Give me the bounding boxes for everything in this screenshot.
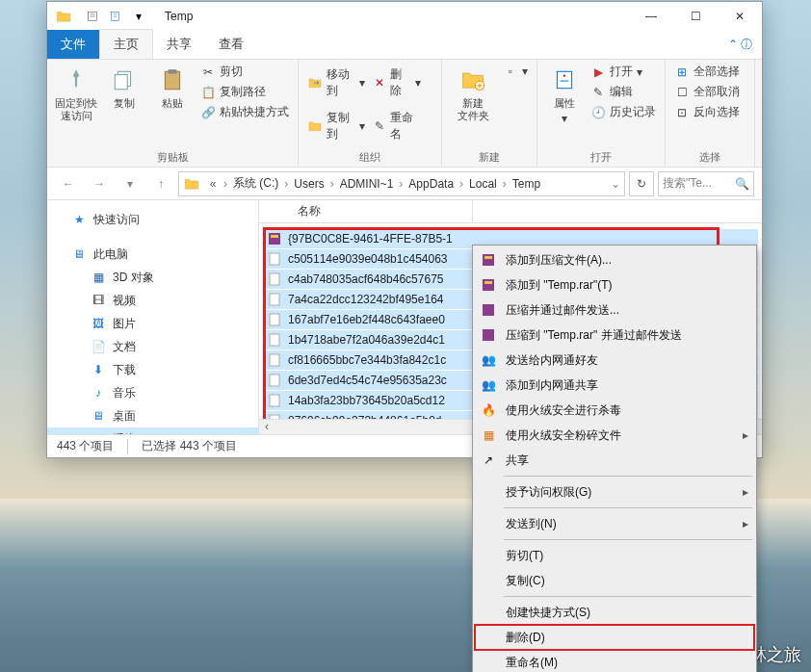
pin-button[interactable]: 固定到快 速访问 [53,63,99,146]
sidebar-cdrive[interactable]: 🖴系统 (C:) [47,427,258,434]
pin-icon [61,65,92,95]
ctx-compress-temp-mail[interactable]: 压缩到 "Temp.rar" 并通过邮件发送 [475,323,754,348]
copy-button[interactable]: 复制 [101,63,147,146]
new-misc-button[interactable]: ▫▾ [500,63,531,80]
minimize-button[interactable]: — [629,2,673,31]
ctx-addlanshare[interactable]: 👥添加到内网通共享 [475,373,754,398]
column-name[interactable]: 名称 [290,200,473,222]
newfolder-button[interactable]: 新建 文件夹 [448,63,498,146]
ctx-shred[interactable]: ▦使用火绒安全粉碎文件▸ [475,423,754,448]
ribbon-tabs: 文件 主页 共享 查看 ⌃ ⓘ [47,31,762,60]
open-button[interactable]: ▶打开▾ [588,63,659,81]
rar-icon [479,251,498,269]
svg-rect-13 [270,294,279,305]
sidebar: ★快速访问 🖥此电脑 ▦3D 对象 🎞视频 🖼图片 📄文档 ⬇下载 ♪音乐 🖥桌… [47,200,259,434]
ctx-rename[interactable]: 重命名(M) [475,650,754,672]
edit-icon: ✎ [590,85,606,100]
sidebar-pictures[interactable]: 🖼图片 [47,312,258,335]
svg-rect-15 [270,334,279,346]
edit-button[interactable]: ✎编辑 [588,83,659,101]
scissors-icon: ✂ [200,65,216,80]
ctx-add-temp-rar[interactable]: 添加到 "Temp.rar"(T) [475,272,754,297]
moveto-button[interactable]: 移动到▾ [304,63,368,104]
cut-button[interactable]: ✂剪切 [197,63,292,81]
moveto-icon [307,75,323,90]
ctx-shortcut[interactable]: 创建快捷方式(S) [475,600,754,625]
shortcut-icon: 🔗 [200,105,216,120]
newfolder-icon [458,65,488,95]
sidebar-this-pc[interactable]: 🖥此电脑 [47,243,258,266]
ctx-sendlan[interactable]: 👥发送给内网通好友 [475,348,754,373]
ctx-scan[interactable]: 🔥使用火绒安全进行杀毒 [475,398,754,423]
history-button[interactable]: 🕘历史记录 [588,103,659,121]
file-icon [267,292,282,307]
delete-button[interactable]: ✕删除▾ [370,63,424,104]
window-title: Temp [165,10,193,23]
sidebar-videos[interactable]: 🎞视频 [47,289,258,312]
svg-rect-23 [484,281,492,284]
sidebar-downloads[interactable]: ⬇下载 [47,358,258,381]
rename-button[interactable]: ✎重命名 [370,106,424,147]
ctx-copy[interactable]: 复制(C) [475,568,754,593]
qat-dropdown[interactable]: ▾ [128,6,149,27]
sidebar-desktop[interactable]: 🖥桌面 [47,404,258,427]
pasteshortcut-button[interactable]: 🔗粘贴快捷方式 [197,103,292,121]
back-button[interactable]: ← [55,170,82,197]
forward-button[interactable]: → [86,170,113,197]
copyto-button[interactable]: 复制到▾ [304,106,368,147]
selectnone-button[interactable]: ☐全部取消 [671,83,748,101]
new-group-label: 新建 [448,146,531,167]
star-icon: ★ [70,211,88,228]
separator [504,539,752,540]
help-icon[interactable]: ⌃ ⓘ [719,31,762,59]
docs-icon: 📄 [90,338,107,355]
tab-file[interactable]: 文件 [47,30,99,59]
folder-icon [183,175,200,193]
rar-icon [479,276,498,294]
ctx-cut[interactable]: 剪切(T) [475,543,754,568]
breadcrumb[interactable]: «› 系统 (C:)› Users› ADMINI~1› AppData› Lo… [178,171,625,196]
paste-button[interactable]: 粘贴 [149,63,196,146]
ctx-add-archive[interactable]: 添加到压缩文件(A)... [475,247,754,272]
file-name: cf816665bbc7e344b3fa842c1c [288,353,446,367]
ctx-share[interactable]: ↗共享 [475,448,754,473]
maximize-button[interactable]: ☐ [673,2,718,31]
tab-home[interactable]: 主页 [99,29,153,59]
bc-overflow[interactable]: « [204,177,222,191]
sidebar-3d[interactable]: ▦3D 对象 [47,266,258,289]
file-name: c4ab748035acf648b46c57675 [288,272,443,286]
tab-share[interactable]: 共享 [153,30,205,59]
sidebar-music[interactable]: ♪音乐 [47,381,258,404]
selectall-button[interactable]: ⊞全部选择 [671,63,748,81]
up-button[interactable]: ↑ [147,170,174,197]
invertsel-button[interactable]: ⊡反向选择 [671,103,748,121]
qat-new[interactable] [105,6,126,27]
svg-rect-10 [271,235,278,238]
ctx-sendto[interactable]: 发送到(N)▸ [475,511,754,536]
close-button[interactable]: ✕ [718,2,762,31]
svg-rect-25 [483,329,494,341]
sidebar-documents[interactable]: 📄文档 [47,335,258,358]
ctx-grant-access[interactable]: 授予访问权限(G)▸ [475,479,754,504]
refresh-button[interactable]: ↻ [629,171,654,196]
recent-dropdown[interactable]: ▾ [117,170,144,197]
select-group-label: 选择 [671,146,748,167]
copypath-button[interactable]: 📋复制路径 [197,83,292,101]
ctx-delete[interactable]: 删除(D) [475,625,754,650]
file-name: 167abf7e16eb2f448c643faee0 [288,313,445,326]
search-input[interactable]: 搜索"Te...🔍 [658,171,754,196]
svg-rect-11 [270,253,279,265]
sidebar-quick-access[interactable]: ★快速访问 [47,208,258,231]
rar-icon [479,326,498,344]
ctx-compress-mail[interactable]: 压缩并通过邮件发送... [475,297,754,323]
status-count: 443 个项目 [57,438,114,454]
properties-button[interactable]: 属性▾ [543,63,586,146]
invert-icon: ⊡ [674,105,690,120]
qat-properties[interactable] [82,6,103,27]
rename-icon: ✎ [373,118,386,134]
svg-rect-19 [270,415,279,419]
tab-view[interactable]: 查看 [205,30,257,59]
svg-rect-14 [270,314,279,325]
file-icon [267,393,282,408]
file-icon [267,352,282,368]
